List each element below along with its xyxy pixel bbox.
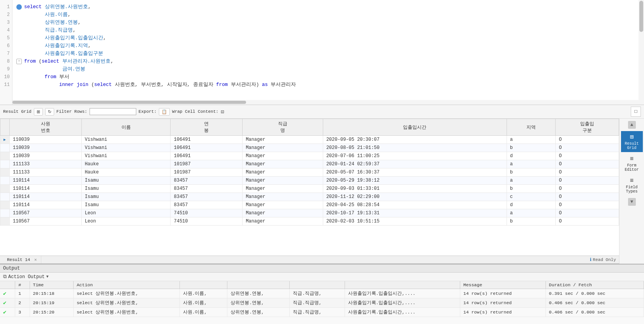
col-indicator bbox=[0, 119, 10, 136]
code-area[interactable]: select 상위연봉.사원번호, 사원.이름, 상위연봉.연봉, 직급.직급명… bbox=[12, 0, 644, 105]
result-grid-panel-btn[interactable]: ⊞ ResultGrid bbox=[621, 131, 643, 152]
cell-region: b bbox=[507, 144, 556, 152]
wrap-icon: ⊡ bbox=[221, 109, 224, 115]
cell-jikgup: Manager bbox=[243, 160, 323, 168]
cell-time: 2020-09-05 20:30:07 bbox=[323, 136, 507, 144]
cell-yeonbong: 106491 bbox=[171, 136, 243, 144]
table-row: 110114Isamu83457Manager2020-05-29 19:38:… bbox=[0, 177, 619, 185]
cell-jikgup: Manager bbox=[243, 209, 323, 217]
cell-yeonbong: 106491 bbox=[171, 152, 243, 160]
output-cell-5: 직급.직급명, bbox=[290, 298, 345, 308]
keyword: select bbox=[94, 82, 112, 88]
cell-region: d bbox=[507, 152, 556, 160]
main-content: 사원 번호이름연 봉직급 명입출입시간지역입출입 구분▶110039Vishwa… bbox=[0, 119, 644, 264]
cell-name: Vishwani bbox=[81, 144, 171, 152]
refresh-btn[interactable]: ↻ bbox=[45, 108, 54, 116]
horizontal-scrollbar[interactable] bbox=[12, 100, 639, 105]
cell-sabun: 111133 bbox=[10, 168, 82, 177]
output-cell-1: 20:15:20 bbox=[30, 308, 73, 317]
status-icon: ✔ bbox=[0, 308, 15, 317]
data-table-wrapper[interactable]: 사원 번호이름연 봉직급 명입출입시간지역입출입 구분▶110039Vishwa… bbox=[0, 119, 619, 256]
output-col-header: Time bbox=[30, 281, 73, 289]
row-indicator bbox=[0, 185, 10, 193]
cell-name: Isamu bbox=[81, 185, 171, 193]
cell-time: 2020-01-24 02:59:37 bbox=[323, 160, 507, 168]
cell-type: O bbox=[556, 177, 619, 185]
cell-time: 2020-07-06 11:00:25 bbox=[323, 152, 507, 160]
cell-name: Vishwani bbox=[81, 136, 171, 144]
cell-time: 2020-10-17 19:13:31 bbox=[323, 209, 507, 217]
row-arrow: ▶ bbox=[4, 138, 6, 142]
output-cell-2: select 상위연봉.사원번호, bbox=[73, 289, 179, 298]
output-cell-0: 1 bbox=[15, 289, 30, 298]
cell-sabun: 110039 bbox=[10, 144, 82, 152]
collapse-icon[interactable]: − bbox=[16, 59, 22, 64]
output-cell-6: 사원출입기록.입출입시간,.... bbox=[345, 289, 460, 298]
row-indicator bbox=[0, 217, 10, 226]
output-cell-7: 14 row(s) returned bbox=[460, 308, 545, 317]
wrap-cell-label: Wrap Cell Content: bbox=[172, 109, 218, 114]
result-tab[interactable]: Result 14 ✕ bbox=[3, 256, 41, 263]
scroll-down-btn[interactable]: ▼ bbox=[628, 198, 636, 206]
cell-region: b bbox=[507, 185, 556, 193]
copy-icon[interactable]: ⧉ bbox=[3, 274, 7, 280]
vertical-scrollbar[interactable] bbox=[639, 0, 644, 105]
form-editor-panel-btn[interactable]: ≡ FormEditor bbox=[621, 154, 643, 174]
line-bullet bbox=[16, 4, 22, 10]
code-line-9: 금여.연봉 bbox=[16, 65, 640, 73]
cell-name: Isamu bbox=[81, 201, 171, 209]
table-row: 111133Hauke101987Manager2020-05-07 16:30… bbox=[0, 168, 619, 177]
side-panel-toggle[interactable]: □ bbox=[631, 107, 641, 117]
cell-jikgup: Manager bbox=[243, 152, 323, 160]
line-numbers: 1234567891011 bbox=[0, 0, 12, 105]
cell-time: 2020-05-07 16:30:37 bbox=[323, 168, 507, 177]
cell-sabun: 110567 bbox=[10, 209, 82, 217]
cell-region: a bbox=[507, 209, 556, 217]
code-text: 사원출입기록.지역, bbox=[24, 42, 91, 50]
output-cell-6: 사원출입기록.입출입시간,.... bbox=[345, 308, 460, 317]
cell-type: O bbox=[556, 152, 619, 160]
code-text: 사원출입기록.입출입구분 bbox=[24, 50, 103, 58]
filter-input[interactable] bbox=[90, 108, 136, 115]
code-line-7: 사원출입기록.입출입구분 bbox=[16, 50, 640, 58]
cell-type: O bbox=[556, 136, 619, 144]
cell-sabun: 110114 bbox=[10, 185, 82, 193]
row-indicator: ▶ bbox=[0, 136, 10, 144]
code-line-8: −from (select 부서관리자.사원번호, bbox=[16, 58, 640, 65]
output-cell-1: 20:15:19 bbox=[30, 298, 73, 308]
cell-jikgup: Manager bbox=[243, 168, 323, 177]
cell-jikgup: Manager bbox=[243, 201, 323, 209]
code-text: from (select 부서관리자.사원번호, bbox=[24, 58, 114, 65]
cell-region: a bbox=[507, 136, 556, 144]
field-ref: 부서관리자.사원번호 bbox=[62, 59, 111, 64]
cell-jikgup: Manager bbox=[243, 193, 323, 201]
col-header-col-jikgup: 직급 명 bbox=[243, 119, 323, 136]
result-grid-label: Result Grid bbox=[3, 109, 32, 114]
output-cell-8: 0.406 sec / 0.000 sec bbox=[545, 308, 644, 317]
grid-view-btn[interactable]: ⊞ bbox=[34, 108, 43, 116]
tab-close-btn[interactable]: ✕ bbox=[34, 257, 37, 262]
output-col-header bbox=[179, 281, 227, 289]
cell-yeonbong: 83457 bbox=[171, 193, 243, 201]
cell-time: 2020-04-25 08:28:54 bbox=[323, 201, 507, 209]
scroll-up-btn[interactable]: ▲ bbox=[628, 121, 636, 129]
code-line-5: 사원출입기록.입출입시간, bbox=[16, 34, 640, 42]
export-btn[interactable]: 📋 bbox=[159, 108, 170, 116]
cell-name: Hauke bbox=[81, 168, 171, 177]
cell-yeonbong: 74510 bbox=[171, 209, 243, 217]
action-output-label: Action Output bbox=[8, 274, 45, 280]
field-types-panel-btn[interactable]: ≡ FieldTypes bbox=[621, 175, 643, 196]
output-table-wrapper[interactable]: #TimeActionMessageDuration / Fetch✔120:1… bbox=[0, 281, 644, 324]
keyword: from bbox=[216, 82, 228, 88]
output-col-header: Action bbox=[73, 281, 179, 289]
cell-sabun: 111133 bbox=[10, 160, 82, 168]
output-col-header: Message bbox=[460, 281, 545, 289]
cell-name: Vishwani bbox=[81, 152, 171, 160]
cell-region: c bbox=[507, 193, 556, 201]
table-row: 110114Isamu83457Manager2020-11-12 02:29:… bbox=[0, 193, 619, 201]
code-line-4: 직급.직급명, bbox=[16, 26, 640, 34]
dropdown-arrow[interactable]: ▼ bbox=[46, 275, 49, 279]
output-cell-7: 14 row(s) returned bbox=[460, 298, 545, 308]
cell-type: O bbox=[556, 201, 619, 209]
form-editor-label: FormEditor bbox=[625, 163, 639, 172]
